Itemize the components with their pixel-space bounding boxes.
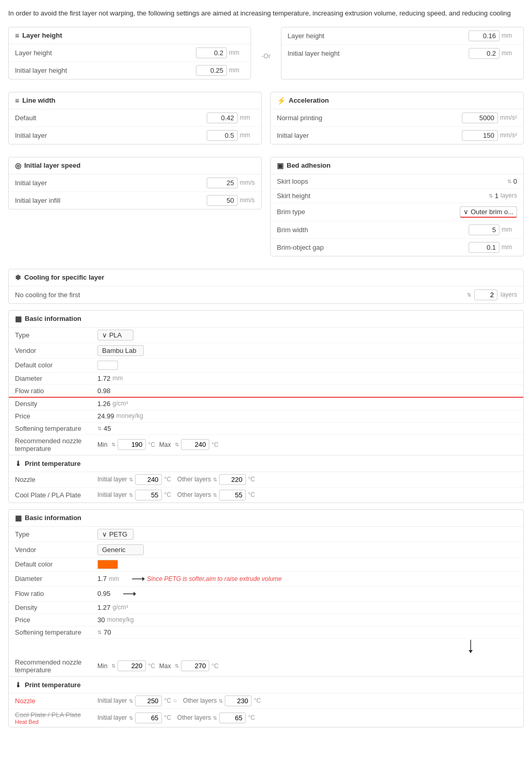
petg-color-swatch[interactable] [97, 560, 118, 569]
petg-nozzle-check: ○ [173, 697, 177, 704]
petg-flow-ratio-row: Flow ratio 0.95 [9, 587, 523, 602]
brim-gap-input[interactable] [469, 242, 500, 253]
petg-basic-info-title: Basic information [25, 514, 81, 522]
petg-note-text: Since PETG is softer,aim to raise extrud… [147, 575, 281, 582]
pla-nozzle-temp-row: Recommended nozzle temperature Min ⇅ °C … [9, 435, 523, 455]
skirt-loops-label: Skirt loops [277, 177, 507, 185]
petg-plate-init-input[interactable] [135, 713, 162, 723]
pla-price-row: Price 24.99 money/kg [9, 410, 523, 423]
pla-nozzle-min-unit: °C [148, 441, 155, 448]
petg-basic-info-icon: ▦ [15, 514, 22, 522]
pla-plate-init-input[interactable] [135, 490, 162, 500]
petg-vendor-text: Generic [102, 546, 126, 554]
layer-height-input-1[interactable] [196, 65, 227, 76]
cooling-row: No cooling for the first ⇅ layers [9, 286, 523, 303]
pla-type-label: Type [15, 331, 97, 339]
pla-plate-other-input[interactable] [219, 490, 246, 500]
petg-softening-label: Softening temperature [15, 628, 97, 636]
pla-softening-spinner: ⇅ [97, 426, 102, 431]
speed-row-0: Initial layer mm/s [9, 174, 261, 192]
acceleration-label-0: Normal printing [277, 114, 462, 122]
petg-flow-ratio-value: 0.95 [97, 590, 110, 597]
petg-softening-spinner: ⇅ [97, 629, 102, 635]
svg-marker-1 [142, 577, 145, 581]
cooling-section: ❄ Cooling for specific layer No cooling … [8, 269, 524, 304]
pla-type-value: PLA [109, 331, 122, 339]
initial-layer-speed-section: ◎ Initial layer speed Initial layer mm/s… [8, 157, 262, 209]
speed-label-1: Initial layer infill [15, 197, 207, 204]
pla-vendor-value[interactable]: Bambu Lab [97, 345, 144, 356]
brim-type-label: Brim type [277, 208, 460, 216]
pla-color-swatch[interactable] [97, 361, 118, 370]
pla-type-row: Type ∨ PLA [9, 328, 523, 343]
petg-nozzle-min-input[interactable] [118, 660, 146, 671]
pla-flow-ratio-label: Flow ratio [15, 387, 97, 395]
pla-vendor-text: Bambu Lab [102, 347, 137, 354]
petg-basic-info-header: ▦ Basic information [9, 510, 523, 527]
petg-type-select[interactable]: ∨ PETG [97, 529, 134, 540]
pla-flow-ratio-value: 0.98 [97, 387, 110, 395]
speed-label-0: Initial layer [15, 179, 207, 187]
pla-diameter-row: Diameter 1.72 mm [9, 373, 523, 385]
layer-height-left-section: ≡ Layer height Layer height mm Initial l… [8, 27, 251, 79]
line-width-input-0[interactable] [207, 112, 238, 123]
pla-print-temp-header: 🌡 Print temperature [9, 455, 523, 472]
petg-diameter-unit: mm [109, 575, 119, 582]
bed-adhesion-section: ▣ Bed adhesion Skirt loops ⇅ 0 Skirt hei… [270, 157, 524, 256]
speed-input-1[interactable] [207, 195, 238, 206]
layer-height-right-unit-1: mm [502, 50, 517, 57]
pla-price-value: 24.99 [97, 412, 114, 420]
layer-height-label-1: Initial layer height [15, 67, 196, 74]
speed-unit-0: mm/s [240, 179, 255, 186]
pla-price-label: Price [15, 412, 97, 420]
petg-nozzle-other-input[interactable] [225, 695, 252, 706]
layer-height-right-input-0[interactable] [469, 30, 500, 41]
acceleration-input-1[interactable] [462, 130, 498, 141]
petg-nozzle-temp-row: Recommended nozzle temperature Min ⇅ °C … [9, 656, 523, 676]
layer-height-input-0[interactable] [196, 47, 227, 58]
petg-nozzle-print-label: Nozzle [15, 697, 97, 705]
pla-basic-info-icon: ▦ [15, 315, 22, 323]
pla-density-value: 1.26 [97, 400, 110, 408]
petg-color-row: Default color [9, 558, 523, 572]
skirt-height-unit: layers [501, 192, 517, 199]
petg-nozzle-max-input[interactable] [181, 660, 209, 671]
petg-plate-init-label: Initial layer [97, 714, 127, 721]
pla-plate-init-label: Initial layer [97, 491, 127, 498]
petg-down-arrow-container [9, 639, 482, 656]
petg-type-row: Type ∨ PETG [9, 527, 523, 542]
pla-nozzle-init-input[interactable] [135, 474, 162, 485]
petg-nozzle-max-label: Max [159, 662, 171, 670]
pla-nozzle-max-spinner: ⇅ [175, 442, 179, 447]
layer-height-right-input-1[interactable] [469, 48, 500, 59]
petg-color-label: Default color [15, 560, 97, 568]
pla-flow-ratio-row: Flow ratio 0.98 [9, 385, 523, 398]
petg-price-label: Price [15, 616, 97, 624]
line-width-row-0: Default mm [9, 109, 261, 127]
pla-vendor-label: Vendor [15, 347, 97, 354]
line-width-input-1[interactable] [207, 130, 238, 141]
pla-nozzle-min-input[interactable] [118, 439, 146, 450]
brim-type-select[interactable]: ∨ Outer brim o... [460, 206, 517, 218]
petg-vendor-value[interactable]: Generic [97, 544, 144, 555]
layer-height-icon: ≡ [15, 31, 19, 40]
acceleration-input-0[interactable] [462, 112, 498, 123]
pla-nozzle-max-input[interactable] [181, 439, 209, 450]
cooling-input[interactable] [474, 289, 497, 300]
petg-plate-other-input[interactable] [219, 713, 246, 723]
petg-nozzle-init-input[interactable] [135, 695, 162, 706]
pla-nozzle-other-input[interactable] [219, 474, 246, 485]
layer-height-label-0: Layer height [15, 49, 196, 57]
acceleration-title: Acceleration [289, 96, 329, 104]
line-width-title: Line width [22, 96, 55, 104]
acceleration-unit-1: mm/s² [500, 132, 517, 139]
petg-plate-other-label: Other layers [177, 714, 211, 721]
cooling-value: ⇅ layers [467, 289, 517, 300]
pla-type-select[interactable]: ∨ PLA [97, 330, 134, 341]
line-width-header: ≡ Line width [9, 92, 261, 109]
speed-input-0[interactable] [207, 177, 238, 188]
petg-nozzle-min-spinner: ⇅ [111, 663, 115, 669]
petg-print-temp-header: 🌡 Print temperature [9, 676, 523, 693]
pla-nozzle-min-spinner: ⇅ [111, 442, 115, 447]
brim-width-input[interactable] [469, 224, 500, 235]
